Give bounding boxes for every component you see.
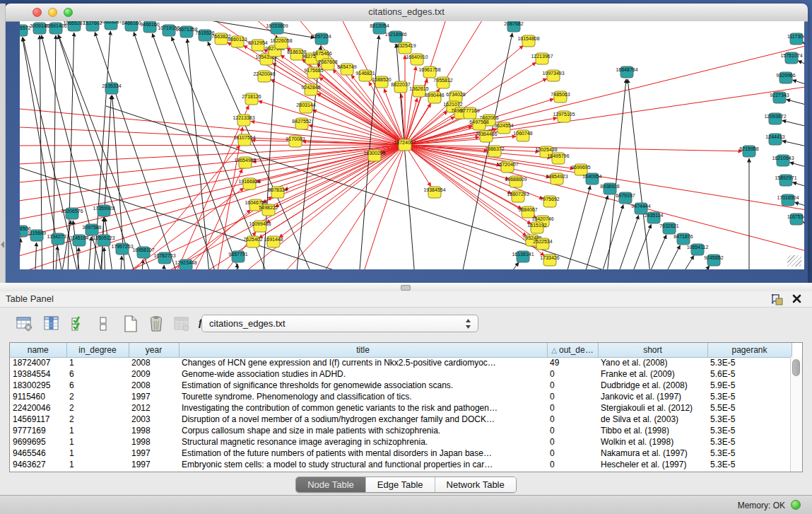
graph-node[interactable]: 17957253 xyxy=(111,243,133,255)
graph-node[interactable]: 9466160 xyxy=(140,21,159,33)
graph-node[interactable]: 7955812 xyxy=(433,77,452,88)
graph-node[interactable]: 16033809 xyxy=(266,23,288,34)
graph-node[interactable]: 3097588 xyxy=(82,224,101,235)
memory-status-dot[interactable] xyxy=(791,500,801,510)
graph-node[interactable]: 16154808 xyxy=(517,35,539,47)
graph-node[interactable]: 1733426 xyxy=(540,255,559,266)
table-row[interactable]: 946554611997Estimation of the future num… xyxy=(10,448,792,459)
column-header-in_degree[interactable]: in_degree xyxy=(66,343,129,357)
graph-node[interactable]: 2803144 xyxy=(296,102,315,113)
graph-node[interactable]: 1060748 xyxy=(513,130,532,141)
graph-node[interactable]: 8466160 xyxy=(122,21,141,31)
table-row[interactable]: 1938455462009Genome-wide association stu… xyxy=(10,368,792,380)
graph-node[interactable]: 1117304 xyxy=(787,33,804,45)
select-all-check-icon[interactable] xyxy=(69,314,88,334)
graph-node[interactable]: 15892971 xyxy=(775,175,796,186)
graph-node[interactable]: 13342737 xyxy=(47,233,69,245)
graph-node[interactable]: 12093872 xyxy=(764,113,786,124)
graph-node[interactable]: 12213383 xyxy=(233,115,254,126)
tab-node-table[interactable]: Node Table xyxy=(296,477,365,492)
graph-node[interactable]: 9857791 xyxy=(228,251,247,262)
table-row[interactable]: 1872400712008Changes of HCN gene express… xyxy=(10,357,792,368)
table-selector-combo[interactable]: citations_edges.txt xyxy=(201,315,478,332)
tab-network-table[interactable]: Network Table xyxy=(435,477,516,492)
table-row[interactable]: 1830029562008Estimation of significance … xyxy=(10,380,792,391)
graph-node[interactable]: 7632621 xyxy=(659,223,678,234)
graph-node[interactable]: 8454749 xyxy=(337,64,356,75)
graph-node[interactable]: 1615192 xyxy=(527,222,546,233)
graph-node[interactable]: 16648784 xyxy=(616,66,637,78)
graph-node[interactable]: 16671358 xyxy=(175,26,197,37)
scrollbar-thumb[interactable] xyxy=(792,359,800,376)
splitter-collapse-arrow-icon[interactable] xyxy=(1,241,4,248)
citation-graph[interactable]: 1872400718107554122133832718126224200461… xyxy=(20,21,804,269)
graph-node[interactable]: 1691448 xyxy=(264,236,283,247)
graph-node[interactable]: 7485063 xyxy=(551,91,570,103)
graph-node[interactable]: 2718126 xyxy=(242,93,261,105)
graph-node[interactable]: 15751074 xyxy=(780,52,802,64)
column-header-out_de[interactable]: △out_de… xyxy=(547,343,598,357)
graph-node[interactable]: 8990448 xyxy=(425,92,444,103)
column-header-pagerank[interactable]: pagerank xyxy=(707,343,792,357)
column-header-year[interactable]: year xyxy=(129,343,179,357)
table-row[interactable]: 946362711997Embryonic stem cells: a mode… xyxy=(10,459,792,470)
graph-node[interactable]: 16958107 xyxy=(132,247,154,258)
graph-node[interactable]: 7975692 xyxy=(540,196,559,207)
graph-node[interactable]: 2935114 xyxy=(645,212,664,223)
close-panel-icon[interactable] xyxy=(792,293,802,304)
float-panel-icon[interactable] xyxy=(771,293,784,305)
column-select-icon[interactable] xyxy=(42,314,61,334)
graph-node[interactable]: 9245652 xyxy=(704,255,723,266)
table-row[interactable]: 911546021997Tourette syndrome. Phenomeno… xyxy=(10,391,792,402)
graph-node[interactable]: 8878334 xyxy=(268,187,287,198)
graph-node[interactable]: 2087682 xyxy=(504,21,523,32)
graph-node[interactable]: 1115689 xyxy=(28,230,46,241)
graph-node[interactable]: 8215958 xyxy=(739,146,758,157)
graph-node[interactable]: 9227343 xyxy=(770,92,789,103)
graph-node[interactable]: 8427552 xyxy=(292,118,311,129)
new-table-icon[interactable] xyxy=(122,314,140,334)
table-row[interactable]: 1456911722003Disruption of a novel membe… xyxy=(10,414,792,425)
graph-node[interactable]: 1167534 xyxy=(787,214,804,225)
graph-node[interactable]: 16210643 xyxy=(772,155,794,166)
column-header-name[interactable]: name xyxy=(10,343,66,357)
table-scrollbar[interactable] xyxy=(790,357,802,472)
clear-selection-icon[interactable] xyxy=(94,314,112,334)
column-header-title[interactable]: title xyxy=(179,343,547,357)
graph-node[interactable]: 18807293 xyxy=(507,191,529,202)
graph-node[interactable]: 1244413 xyxy=(765,134,784,145)
window-titlebar[interactable]: citations_edges.txt xyxy=(5,4,808,22)
canvas-resize-handle-icon[interactable] xyxy=(787,255,801,267)
graph-node[interactable]: 1640954 xyxy=(582,173,601,185)
graph-node[interactable]: 6479197 xyxy=(616,192,635,204)
table-row[interactable]: 977716911998Corpus callosum shape and si… xyxy=(10,425,792,436)
graph-node[interactable]: 2105334 xyxy=(102,83,121,94)
graph-node[interactable]: 16961758 xyxy=(418,66,440,78)
graph-node[interactable]: 8471876 xyxy=(673,233,693,245)
graph-node[interactable]: 16136141 xyxy=(512,251,534,262)
splitter-grip-icon[interactable] xyxy=(401,285,411,291)
graph-node[interactable]: 19218986 xyxy=(384,31,406,42)
node-table[interactable]: namein_degreeyeartitle△out_de…shortpager… xyxy=(10,343,792,470)
graph-node[interactable]: 8822037 xyxy=(391,81,410,93)
tab-edge-table[interactable]: Edge Table xyxy=(365,477,435,492)
graph-node[interactable]: 2405572 xyxy=(20,25,31,36)
column-header-short[interactable]: short xyxy=(598,343,707,357)
table-row[interactable]: 2242004622012Investigating the contribut… xyxy=(10,402,792,414)
graph-node[interactable]: 20364486 xyxy=(475,131,497,142)
delete-table-icon[interactable] xyxy=(147,314,165,334)
graph-node[interactable]: 16640910 xyxy=(406,54,428,65)
graph-node[interactable]: 10688609 xyxy=(505,176,526,187)
graph-node[interactable]: 1145194 xyxy=(70,235,89,246)
graph-node[interactable]: 19384554 xyxy=(423,187,445,198)
graph-node[interactable]: 15720407 xyxy=(496,161,518,173)
graph-node[interactable]: 12213967 xyxy=(531,53,553,64)
graph-node[interactable]: 17359928 xyxy=(93,205,114,216)
graph-node[interactable]: 7857224 xyxy=(312,33,331,45)
graph-node[interactable]: 18495796 xyxy=(547,153,569,164)
table-settings-icon[interactable] xyxy=(16,314,34,334)
graph-node[interactable]: 10654112 xyxy=(687,244,709,255)
graph-node[interactable]: 9175685 xyxy=(304,67,323,78)
graph-node[interactable]: 10653287 xyxy=(100,21,122,30)
graph-node[interactable]: 17016504 xyxy=(777,194,799,206)
